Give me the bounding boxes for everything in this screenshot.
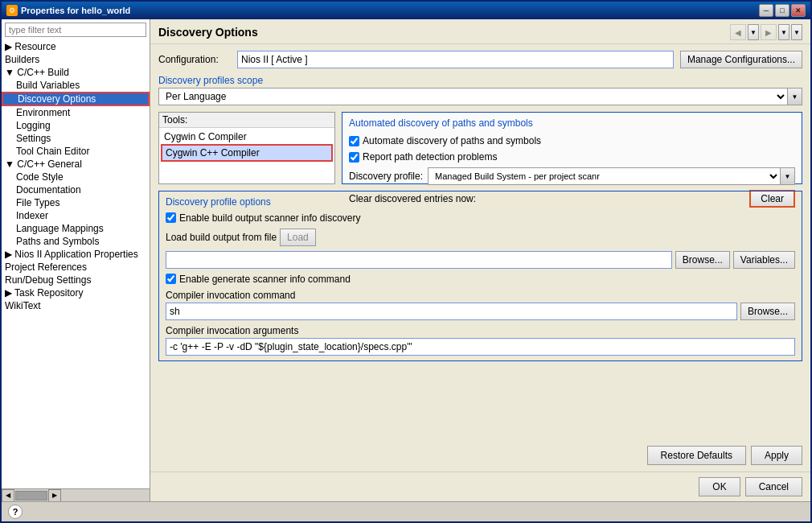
auto-discovery-panel: Automated discovery of paths and symbols…: [342, 112, 802, 184]
tree-item-indexer[interactable]: Indexer: [2, 209, 150, 222]
manage-configurations-button[interactable]: Manage Configurations...: [680, 51, 802, 68]
compiler-args-input[interactable]: [166, 338, 795, 356]
tree-item-resource[interactable]: ▶ Resource: [2, 40, 150, 53]
nav-forward-button[interactable]: ▶: [761, 24, 777, 40]
configuration-label: Configuration:: [158, 54, 231, 65]
left-panel: ▶ Resource Builders▼ C/C++ Build Build V…: [2, 19, 150, 501]
automate-checkbox[interactable]: [349, 136, 359, 146]
right-panel: Discovery Options ◀ ▼ ▶ ▼ ▼ Configuratio…: [150, 19, 810, 501]
cancel-button[interactable]: Cancel: [745, 477, 802, 496]
tree-item-run_debug_settings[interactable]: Run/Debug Settings: [2, 274, 150, 286]
enable-scanner-row: Enable generate scanner info command: [166, 274, 795, 285]
close-button[interactable]: ✕: [791, 4, 806, 17]
tools-auto-discovery-section: Tools: Cygwin C CompilerCygwin C++ Compi…: [158, 112, 802, 184]
tree-item-cpp_general[interactable]: ▼ C/C++ General: [2, 158, 150, 171]
automate-label: Automate discovery of paths and symbols: [363, 135, 541, 146]
tree-item-logging[interactable]: Logging: [2, 119, 150, 132]
file-input-row: Browse... Variables...: [166, 251, 795, 269]
help-button[interactable]: ?: [8, 504, 23, 519]
scroll-left-arrow[interactable]: ◀: [2, 489, 14, 502]
tools-header: Tools:: [159, 113, 334, 128]
report-checkbox[interactable]: [349, 152, 359, 163]
enable-build-label: Enable build output scanner info discove…: [179, 212, 360, 224]
bottom-bar: OK Cancel: [150, 472, 810, 501]
enable-scanner-checkbox[interactable]: [166, 274, 176, 284]
main-window: ⚙ Properties for hello_world ─ □ ✕ ▶ Res…: [0, 0, 812, 523]
nav-forward-dropdown[interactable]: ▼: [778, 24, 789, 40]
maximize-button[interactable]: □: [775, 4, 789, 17]
titlebar-left: ⚙ Properties for hello_world: [6, 5, 130, 16]
tree-item-discovery_options[interactable]: Discovery Options: [2, 92, 150, 106]
profile-select-wrapper: Managed Build System - per project scanr…: [428, 167, 795, 185]
restore-defaults-button[interactable]: Restore Defaults: [647, 446, 746, 465]
report-row: Report path detection problems: [349, 151, 795, 163]
compiler-args-section: Compiler invocation arguments: [166, 325, 795, 356]
file-path-input[interactable]: [166, 251, 672, 269]
tree-item-paths_and_symbols[interactable]: Paths and Symbols: [2, 235, 150, 248]
automate-row: Automate discovery of paths and symbols: [349, 135, 795, 146]
load-button[interactable]: Load: [280, 229, 316, 246]
load-from-file-label: Load build output from file: [166, 232, 277, 243]
nav-buttons: ◀ ▼ ▶ ▼ ▼: [730, 24, 802, 40]
apply-button[interactable]: Apply: [751, 446, 802, 465]
compiler-command-input[interactable]: [166, 303, 737, 320]
tree-item-project_references[interactable]: Project References: [2, 261, 150, 274]
discovery-profile-select[interactable]: Managed Build System - per project scanr: [428, 167, 781, 185]
horizontal-scrollbar[interactable]: ◀ ▶: [2, 488, 150, 501]
tree-item-documentation[interactable]: Documentation: [2, 183, 150, 196]
tree-item-language_mappings[interactable]: Language Mappings: [2, 222, 150, 235]
tree-item-environment[interactable]: Environment: [2, 106, 150, 119]
right-header: Discovery Options ◀ ▼ ▶ ▼ ▼: [150, 19, 810, 44]
dp-options-section: Discovery profile options Enable build o…: [158, 191, 802, 361]
scroll-thumb[interactable]: [15, 491, 47, 500]
tree-item-wikitext[interactable]: WikiText: [2, 299, 150, 312]
compiler-args-label: Compiler invocation arguments: [166, 325, 795, 336]
scroll-right-arrow[interactable]: ▶: [48, 489, 61, 502]
tree-item-task_repository[interactable]: ▶ Task Repository: [2, 286, 150, 299]
scope-select-wrapper: Per Language ▼: [158, 88, 802, 105]
scope-select-arrow[interactable]: ▼: [788, 88, 802, 105]
right-body: Configuration: Nios II [ Active ] Manage…: [150, 44, 810, 472]
tree-item-cpp_build[interactable]: ▼ C/C++ Build: [2, 66, 150, 79]
tools-list: Cygwin C CompilerCygwin C++ Compiler: [159, 128, 334, 183]
compiler-invocation-section: Compiler invocation command Browse...: [166, 290, 795, 320]
scope-select[interactable]: Per Language: [158, 88, 788, 105]
tree-area: ▶ Resource Builders▼ C/C++ Build Build V…: [2, 40, 150, 488]
tree-item-file_types[interactable]: File Types: [2, 196, 150, 209]
discovery-scope-section: Discovery profiles scope Per Language ▼: [158, 75, 802, 105]
tree-item-nios_app_props[interactable]: ▶ Nios II Application Properties: [2, 248, 150, 261]
compiler-command-row: Browse...: [166, 303, 795, 320]
spacer: [158, 368, 802, 440]
load-from-file-row: Load build output from file Load: [166, 229, 795, 246]
compiler-browse-button[interactable]: Browse...: [740, 303, 795, 320]
browse-button[interactable]: Browse...: [675, 251, 730, 269]
tree-item-builders[interactable]: Builders: [2, 53, 150, 66]
tree-item-settings[interactable]: Settings: [2, 132, 150, 145]
titlebar-buttons: ─ □ ✕: [759, 4, 806, 17]
enable-build-row: Enable build output scanner info discove…: [166, 212, 795, 224]
panel-title: Discovery Options: [158, 26, 258, 39]
titlebar: ⚙ Properties for hello_world ─ □ ✕: [2, 2, 810, 19]
window-title: Properties for hello_world: [21, 6, 130, 15]
configuration-select[interactable]: Nios II [ Active ]: [237, 51, 674, 68]
main-content: ▶ Resource Builders▼ C/C++ Build Build V…: [2, 19, 810, 501]
help-bar: ?: [2, 501, 810, 521]
tree-item-code_style[interactable]: Code Style: [2, 171, 150, 183]
tool-item-cygwin_cpp[interactable]: Cygwin C++ Compiler: [161, 144, 333, 162]
tree-item-tool_chain_editor[interactable]: Tool Chain Editor: [2, 145, 150, 158]
nav-back-dropdown[interactable]: ▼: [748, 24, 759, 40]
tree-item-build_variables[interactable]: Build Variables: [2, 79, 150, 92]
filter-input[interactable]: [5, 23, 146, 37]
ok-button[interactable]: OK: [699, 477, 740, 496]
enable-build-checkbox[interactable]: [166, 212, 176, 223]
tool-item-cygwin_c[interactable]: Cygwin C Compiler: [161, 130, 333, 144]
profile-select-arrow[interactable]: ▼: [781, 167, 795, 185]
auto-discovery-title: Automated discovery of paths and symbols: [349, 117, 795, 129]
discovery-profile-row: Discovery profile: Managed Build System …: [349, 167, 795, 185]
nav-menu-dropdown[interactable]: ▼: [791, 24, 802, 40]
minimize-button[interactable]: ─: [759, 4, 773, 17]
nav-back-button[interactable]: ◀: [730, 24, 746, 40]
variables-button[interactable]: Variables...: [733, 251, 795, 269]
tools-panel: Tools: Cygwin C CompilerCygwin C++ Compi…: [158, 112, 335, 184]
report-label: Report path detection problems: [363, 151, 497, 163]
